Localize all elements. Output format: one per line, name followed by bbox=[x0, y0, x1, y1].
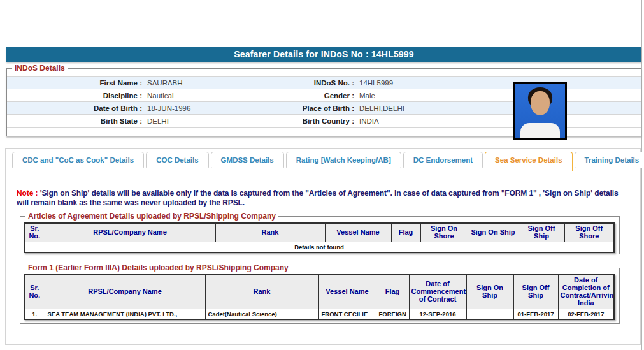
column-header: Sr. No. bbox=[24, 223, 45, 242]
tab-cdc-and-coc-as-cook-details[interactable]: CDC and "CoC as Cook" Details bbox=[12, 152, 144, 168]
field-label: INDoS No. : bbox=[294, 77, 354, 89]
note: Note : 'Sign on Ship' details will be av… bbox=[17, 189, 631, 208]
seafarer-photo bbox=[513, 82, 567, 140]
tab-gmdss-details[interactable]: GMDSS Details bbox=[211, 152, 284, 168]
column-header: Flag bbox=[391, 223, 420, 242]
column-header: Rank bbox=[215, 223, 325, 242]
form1-section: Form 1 (Earlier Form IIIA) Details uploa… bbox=[20, 263, 620, 324]
field-label: Date of Birth : bbox=[7, 102, 142, 114]
column-header: Vessel Name bbox=[318, 275, 376, 309]
field-value: Male bbox=[354, 89, 641, 101]
table-cell: FRONT CECILIE bbox=[318, 309, 376, 319]
table-cell: FOREIGN bbox=[376, 309, 409, 319]
field-value: DELHI bbox=[142, 115, 294, 127]
articles-of-agreement-section: Articles of Agreement Details uploaded b… bbox=[20, 212, 620, 254]
articles-legend: Articles of Agreement Details uploaded b… bbox=[25, 212, 278, 221]
form1-legend: Form 1 (Earlier Form IIIA) Details uploa… bbox=[25, 263, 291, 272]
field-value: Nautical bbox=[142, 89, 294, 101]
column-header: Sr. No. bbox=[24, 275, 45, 309]
indos-details-section: INDoS Details First Name :SAURABHINDoS N… bbox=[6, 64, 641, 136]
header-row: Sr. No.RPSL/Company NameRankVessel NameF… bbox=[24, 223, 614, 242]
field-value: 14HL5999 bbox=[354, 77, 641, 89]
column-header: Sign Off Ship bbox=[519, 223, 564, 242]
column-header: Rank bbox=[205, 275, 318, 309]
column-header: Sign On Ship bbox=[468, 223, 519, 242]
field-label: First Name : bbox=[7, 77, 142, 89]
tab-dc-endorsement[interactable]: DC Endorsement bbox=[403, 152, 483, 168]
table-cell: Cadet(Nautical Science) bbox=[205, 309, 318, 319]
note-text: 'Sign on Ship' details will be available… bbox=[17, 189, 619, 207]
photo-shirt bbox=[520, 123, 560, 140]
field-value: DELHI,DELHI bbox=[354, 102, 641, 114]
field-label: Birth State : bbox=[7, 115, 142, 127]
field-value: 18-JUN-1996 bbox=[142, 102, 294, 114]
page-title: Seafarer Details for INDoS No : 14HL5999 bbox=[6, 47, 641, 62]
table-row: 1.SEA TEAM MANAGEMENT (INDIA) PVT. LTD.,… bbox=[24, 309, 614, 319]
tab-coc-details[interactable]: COC Details bbox=[146, 152, 208, 168]
articles-table: Sr. No.RPSL/Company NameRankVessel NameF… bbox=[24, 222, 615, 253]
column-header: Vessel Name bbox=[325, 223, 391, 242]
tab-sea-service-details[interactable]: Sea Service Details bbox=[485, 152, 573, 171]
form1-table-body: 1.SEA TEAM MANAGEMENT (INDIA) PVT. LTD.,… bbox=[24, 309, 614, 319]
note-prefix: Note : bbox=[17, 189, 38, 198]
field-value: INDIA bbox=[354, 115, 641, 127]
column-header: Date of Commencement of Contract bbox=[409, 275, 466, 309]
empty-row: Details not found bbox=[24, 242, 614, 252]
tab-rating-watch-keeping-ab[interactable]: Rating [Watch Keeping/AB] bbox=[286, 152, 401, 168]
photo-face bbox=[531, 91, 550, 115]
column-header: Flag bbox=[376, 275, 409, 309]
column-header: RPSL/Company Name bbox=[45, 223, 215, 242]
field-label: Discipline : bbox=[7, 89, 142, 101]
table-cell: 01-FEB-2017 bbox=[513, 309, 558, 319]
column-header: Sign On Ship bbox=[466, 275, 513, 309]
articles-table-head: Sr. No.RPSL/Company NameRankVessel NameF… bbox=[24, 223, 614, 242]
tab-bar: CDC and "CoC as Cook" DetailsCOC Details… bbox=[12, 152, 640, 171]
empty-message: Details not found bbox=[24, 242, 614, 252]
header-row: Sr. No.RPSL/Company NameRankVessel NameF… bbox=[24, 275, 614, 309]
indos-details-legend: INDoS Details bbox=[12, 64, 68, 73]
column-header: Sign Off Shore bbox=[564, 223, 614, 242]
field-label: Place of Birth : bbox=[294, 102, 354, 114]
page-right-edge bbox=[641, 0, 642, 350]
column-header: RPSL/Company Name bbox=[45, 275, 205, 309]
table-cell: 02-FEB-2017 bbox=[558, 309, 614, 319]
column-header: Sign Off Ship bbox=[513, 275, 558, 309]
tab-content-panel: CDC and "CoC as Cook" DetailsCOC Details… bbox=[5, 148, 641, 345]
field-label: Birth Country : bbox=[294, 115, 354, 127]
table-cell: SEA TEAM MANAGEMENT (INDIA) PVT. LTD., bbox=[45, 309, 205, 319]
table-cell: 1. bbox=[24, 309, 45, 319]
form1-table: Sr. No.RPSL/Company NameRankVessel NameF… bbox=[24, 274, 615, 320]
form1-table-head: Sr. No.RPSL/Company NameRankVessel NameF… bbox=[24, 275, 614, 309]
field-label: Gender : bbox=[294, 89, 354, 101]
column-header: Sign On Shore bbox=[420, 223, 468, 242]
tab-training-details[interactable]: Training Details bbox=[575, 152, 644, 168]
table-cell bbox=[466, 309, 513, 319]
column-header: Date of Completion of Contract/Arriving … bbox=[558, 275, 614, 309]
field-value: SAURABH bbox=[142, 77, 294, 89]
table-cell: 12-SEP-2016 bbox=[409, 309, 466, 319]
